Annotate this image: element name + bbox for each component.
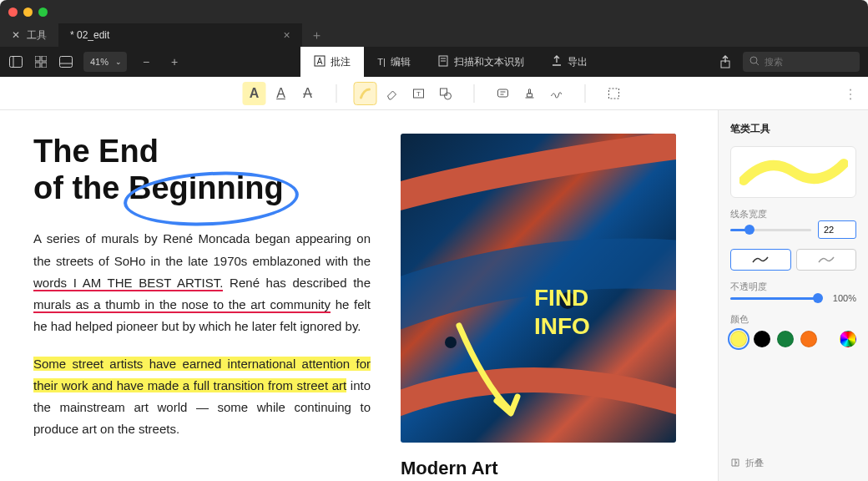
mode-label: 批注 xyxy=(331,55,351,69)
zoom-value[interactable]: 41% xyxy=(83,57,115,67)
search-input[interactable] xyxy=(765,57,848,67)
close-tab-icon[interactable]: × xyxy=(283,28,290,42)
more-icon[interactable]: ⋯ xyxy=(843,88,859,99)
panel-title: 笔类工具 xyxy=(730,122,856,136)
p1-text-b: René has described the xyxy=(223,276,371,290)
document-viewport[interactable]: The End of the Beginning A series of mur… xyxy=(0,110,718,481)
underline-annotation[interactable]: murals as a thumb in the nose to the art… xyxy=(33,297,331,313)
traffic-lights xyxy=(8,8,48,17)
scan-icon xyxy=(437,55,449,69)
stamp-tool-button[interactable] xyxy=(518,82,542,105)
highlight-annotation[interactable]: Some street artists have earned internat… xyxy=(33,357,371,392)
add-tab-button[interactable]: ＋ xyxy=(302,23,331,47)
search-box[interactable] xyxy=(743,52,860,72)
stroke-style-buttons xyxy=(730,249,856,271)
export-icon xyxy=(551,55,563,69)
highlight-text-button[interactable]: A xyxy=(243,82,266,105)
svg-text:A: A xyxy=(317,57,323,66)
svg-rect-20 xyxy=(498,89,508,97)
color-picker-button[interactable] xyxy=(840,331,856,347)
pen-tool-button[interactable] xyxy=(354,82,377,105)
underline-annotation[interactable]: words I AM THE BEST ARTIST. xyxy=(33,276,223,291)
stroke-width-label: 线条宽度 xyxy=(730,208,856,220)
color-swatch-orange[interactable] xyxy=(800,331,817,347)
stroke-width-input[interactable] xyxy=(818,220,856,239)
opacity-value: 100% xyxy=(825,293,856,303)
mode-label: 导出 xyxy=(568,55,588,69)
close-window[interactable] xyxy=(8,8,18,17)
mode-edit[interactable]: T| 编辑 xyxy=(364,47,424,77)
mode-ocr[interactable]: 扫描和文本识别 xyxy=(424,47,537,77)
tab-document[interactable]: * 02_edit × xyxy=(58,23,302,47)
mode-export[interactable]: 导出 xyxy=(537,47,601,77)
svg-rect-4 xyxy=(35,63,40,68)
tab-tools[interactable]: ✕ 工具 xyxy=(0,23,58,47)
maximize-window[interactable] xyxy=(38,8,48,17)
minimize-window[interactable] xyxy=(23,8,33,17)
color-swatch-green[interactable] xyxy=(777,331,794,347)
svg-rect-2 xyxy=(35,56,40,61)
slider-thumb[interactable] xyxy=(744,225,754,235)
opacity-section: 不透明度 100% xyxy=(730,281,856,303)
svg-text:T: T xyxy=(416,90,421,98)
page-view-icon[interactable] xyxy=(58,54,73,69)
collapse-label: 折叠 xyxy=(745,457,764,469)
top-toolbar: 41% ⌄ − + A 批注 T| 编辑 扫描和文本识别 导出 xyxy=(0,47,868,77)
column-right: FIND INFO Modern Art After Haring, a str… xyxy=(401,134,684,481)
svg-rect-3 xyxy=(42,56,47,61)
mode-tabs: A 批注 T| 编辑 扫描和文本识别 导出 xyxy=(184,47,718,77)
stroke-preview xyxy=(730,146,856,198)
share-icon[interactable] xyxy=(718,54,733,69)
eraser-tool-button[interactable] xyxy=(381,82,404,105)
annotation-toolbar: A A A T ⋯ xyxy=(0,77,868,110)
stroke-sharp-button[interactable] xyxy=(796,249,857,271)
svg-rect-6 xyxy=(60,57,73,68)
svg-rect-5 xyxy=(42,63,47,68)
textbox-tool-button[interactable]: T xyxy=(407,82,431,105)
topbar-left: 41% ⌄ − + xyxy=(8,52,184,72)
note-tool-button[interactable] xyxy=(492,82,515,105)
annot-tools-group xyxy=(492,82,568,105)
window-titlebar xyxy=(0,0,868,23)
stroke-width-slider[interactable] xyxy=(730,229,811,231)
mode-annotate[interactable]: A 批注 xyxy=(300,47,364,77)
opacity-label: 不透明度 xyxy=(730,281,856,293)
text-style-group: A A A xyxy=(243,82,320,105)
edit-icon: T| xyxy=(377,57,386,67)
zoom-out-button[interactable]: − xyxy=(137,55,155,68)
document-tabs: ✕ 工具 * 02_edit × ＋ xyxy=(0,23,868,47)
slider-thumb[interactable] xyxy=(813,293,823,303)
collapse-panel-button[interactable]: 折叠 xyxy=(730,448,856,469)
chevron-down-icon[interactable]: ⌄ xyxy=(115,58,127,66)
arrow-annotation[interactable] xyxy=(401,134,676,443)
tab-label: * 02_edit xyxy=(70,29,109,41)
grid-view-icon[interactable] xyxy=(33,54,48,69)
stroke-smooth-button[interactable] xyxy=(730,249,791,271)
sidebar-toggle-icon[interactable] xyxy=(8,54,23,69)
underline-text-button[interactable]: A xyxy=(270,82,293,105)
signature-tool-button[interactable] xyxy=(545,82,568,105)
draw-tools-group: T xyxy=(354,82,457,105)
stroke-width-section: 线条宽度 xyxy=(730,208,856,239)
heading-1: The End of the Beginning xyxy=(33,134,371,206)
p1-text-a: A series of murals by René Moncada began… xyxy=(33,231,371,267)
tools-icon: ✕ xyxy=(12,29,20,41)
svg-point-19 xyxy=(445,93,452,99)
opacity-slider[interactable] xyxy=(730,297,818,300)
shape-tool-button[interactable] xyxy=(434,82,457,105)
topbar-right xyxy=(718,52,860,72)
separator xyxy=(336,84,337,103)
svg-rect-0 xyxy=(10,57,23,68)
color-swatch-yellow[interactable] xyxy=(730,331,747,347)
strike-text-button[interactable]: A xyxy=(296,82,320,105)
color-swatch-black[interactable] xyxy=(754,331,770,347)
separator xyxy=(585,84,586,103)
select-area-button[interactable] xyxy=(603,82,626,105)
inspector-panel: 笔类工具 线条宽度 不透明度 xyxy=(718,110,868,481)
svg-point-14 xyxy=(750,57,757,63)
collapse-icon xyxy=(730,458,740,469)
paragraph-2: Some street artists have earned internat… xyxy=(33,353,371,441)
svg-line-15 xyxy=(756,63,759,65)
content-area: The End of the Beginning A series of mur… xyxy=(0,110,868,481)
zoom-in-button[interactable]: + xyxy=(165,55,184,68)
